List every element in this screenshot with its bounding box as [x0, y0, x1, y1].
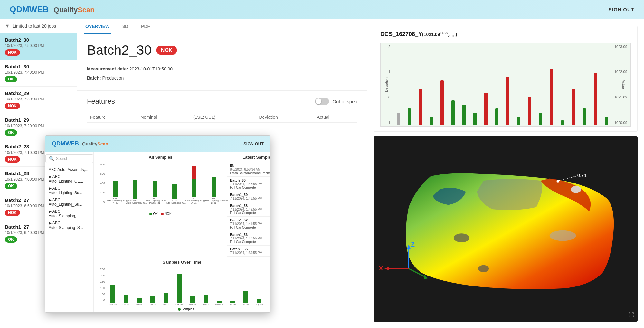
sidebar-item-batch2-30[interactable]: Batch2_30 10/1/2023, 7:50:00 PM NOK	[0, 33, 77, 60]
popup-nav-item-4[interactable]: ▶ ABC Auto_Lighting_Su...	[45, 196, 93, 208]
sidebar-item-batch2-29[interactable]: Batch2_29 10/1/2023, 7:30:00 PM NOK	[0, 87, 77, 113]
feature-dot	[571, 186, 581, 193]
status-badge: OK	[5, 183, 17, 189]
latest-desc: Full Car Complete	[230, 211, 270, 215]
sb-2	[120, 267, 132, 303]
chart-bar-8	[481, 45, 491, 125]
tab-3d[interactable]: 3D	[121, 19, 130, 34]
latest-date: 7/11/2024, 1:48:55 PM	[230, 182, 270, 186]
svg-text:0.71: 0.71	[577, 173, 587, 178]
batch-name: Batch2_30	[87, 42, 152, 58]
bar-label-6: ABC Auto_Lighting_Supplier B_21	[205, 197, 223, 204]
expand-icon[interactable]: ⛶	[629, 312, 634, 318]
toggle-switch[interactable]	[315, 98, 329, 105]
latest-item-id: Batch1_58	[230, 204, 248, 208]
bar-fill-1	[408, 108, 411, 125]
window-cutout	[477, 179, 542, 210]
latest-item-56b[interactable]: Batch1_56 OK 7/11/2024, 1:40:55 PM Full …	[227, 231, 270, 246]
sb-10	[226, 267, 239, 303]
latest-date: 8/6/2024, 8:58:34 AM	[230, 168, 270, 171]
svg-point-10	[557, 180, 559, 182]
bar-fill-19	[605, 117, 608, 125]
bar-col-6: ABC Auto_Lighting_Supplier B_21	[205, 155, 223, 204]
chart-bar-4	[437, 45, 447, 125]
measurement-date-value: 2023-10-01T19:50:00	[129, 66, 173, 71]
popup-nav-item-6[interactable]: ▶ ABC Auto_Stamping_S...	[45, 220, 93, 231]
chart-bar-3	[426, 45, 436, 125]
door-handle	[550, 230, 576, 241]
popup-sign-out[interactable]: SIGN OUT	[243, 141, 264, 146]
chart-bar-10	[503, 45, 513, 125]
popup-logo-scan: Scan	[97, 141, 108, 146]
sb-8	[200, 267, 212, 303]
popup-nav-item-2[interactable]: ▶ ABC Auto_Lighting_OE...	[45, 173, 93, 185]
status-badge: NOK	[5, 210, 20, 216]
latest-desc: Full Car Complete	[230, 240, 270, 244]
tab-pdf[interactable]: PDF	[139, 19, 152, 34]
sb-4	[147, 267, 159, 303]
feature-hole-1	[454, 233, 469, 242]
latest-list: 56 NOK 8/6/2024, 8:58:34 AM Latch Reinfo…	[227, 162, 270, 257]
batch-info: Batch2_30 NOK Measurement date: 2023-10-…	[77, 34, 367, 91]
popup-nav-item-3[interactable]: ▶ ABC Auto_Lighting_Su...	[45, 185, 93, 196]
chart-bar-15	[557, 45, 567, 125]
chart-bar-19	[601, 45, 611, 125]
filter-label: Limited to last 20 jobs	[13, 23, 56, 29]
filter-icon: ▼	[5, 23, 10, 29]
samples-time-inner: Sep '23 Oct '23 Nov '23 Dec '23 Jan '24 …	[105, 267, 267, 311]
sidebar-item-date: 10/1/2023, 7:40:00 PM	[5, 70, 72, 75]
latest-item-id: Batch1_59	[230, 193, 248, 197]
sidebar-item-bottom: OK	[5, 76, 72, 82]
bar-fill-17	[583, 108, 586, 125]
latest-date: 7/11/2024, 1:43:55 PM	[230, 197, 270, 200]
popup-nav-item-1[interactable]: ABC Auto_Assembly,...	[45, 166, 93, 173]
popup-search[interactable]: 🔍 Search	[45, 154, 93, 163]
status-badge: NOK	[5, 49, 20, 56]
app-header: QDMWEB QualityScan SIGN OUT	[0, 0, 644, 19]
bar-fill-0	[397, 113, 400, 125]
sidebar-item-name: Batch1_29	[5, 117, 72, 123]
popup-legend: OK NOK	[97, 212, 224, 216]
sidebar-item-date: 10/1/2023, 7:30:00 PM	[5, 97, 72, 101]
latest-item-56[interactable]: 56 NOK 8/6/2024, 8:58:34 AM Latch Reinfo…	[227, 162, 270, 177]
bar-fill-11	[517, 117, 520, 125]
batch-metadata: Measurement date: 2023-10-01T19:50:00 Ba…	[87, 64, 357, 82]
bar-col-1: ABC Auto_Stamping_Supplier A_22	[107, 155, 124, 204]
toggle-knob	[316, 98, 321, 104]
right-panel: DCS_162708_Y(1021.09+1.00-1.00) 2 1 0 -1…	[367, 19, 644, 328]
sign-out-button[interactable]: SIGN OUT	[608, 7, 634, 12]
sb-7	[186, 267, 199, 303]
status-badge: OK	[5, 236, 17, 243]
latest-item-id: 56	[230, 164, 234, 168]
batch-label: Batch:	[87, 75, 101, 80]
sidebar-item-name: Batch2_30	[5, 37, 72, 42]
popup-nav-item-5[interactable]: ▶ ABC Auto_Stamping,...	[45, 208, 93, 220]
latest-item-59[interactable]: Batch1_59 OK 7/11/2024, 1:43:55 PM	[227, 191, 270, 202]
sb-11	[240, 267, 252, 303]
samples-time-chart: 250 200 150 100 50 0	[97, 267, 267, 309]
svg-line-8	[558, 176, 576, 181]
chart-bars-area	[392, 45, 613, 125]
latest-item-60[interactable]: Batch_60 OK 7/11/2024, 1:48:55 PM Full C…	[227, 177, 270, 191]
latest-item-55[interactable]: Batch1_55 OK 7/11/2024, 1:39:55 PM	[227, 246, 270, 257]
overlay-popup: QDMWEB QualityScan SIGN OUT 🔍 Search ABC…	[45, 135, 270, 313]
tab-overview[interactable]: OVERVIEW	[84, 19, 111, 34]
popup-logo-quality: Quality	[82, 141, 97, 146]
bar-green-1	[113, 181, 118, 197]
bar-fill-10	[506, 77, 509, 125]
popup-y-axis: 800 600 400 200 0	[97, 162, 105, 204]
out-of-spec-toggle[interactable]: Out of spec	[315, 98, 357, 105]
latest-desc: Latch Reinforcement Bracket	[230, 171, 270, 175]
sidebar-item-batch1-30[interactable]: Batch1_30 10/1/2023, 7:40:00 PM OK	[0, 60, 77, 87]
col-actual: Actual	[314, 112, 357, 123]
latest-date: 7/11/2024, 1:39:55 PM	[230, 251, 270, 255]
latest-item-57[interactable]: Batch1_57 OK 7/11/2024, 1:41:55 PM Full …	[227, 217, 270, 231]
logo-scan: Scan	[78, 6, 95, 14]
popup-latest-title: Latest Samples	[227, 155, 270, 160]
sidebar-item-date: 10/1/2023, 7:50:00 PM	[5, 43, 72, 48]
status-badge: NOK	[5, 103, 20, 109]
latest-item-58[interactable]: Batch1_58 OK 7/11/2024, 1:42:55 PM Full …	[227, 202, 270, 217]
chart-bar-13	[535, 45, 545, 125]
bar-col-5: ABC Auto_Lighting_Supplier A_21	[185, 155, 203, 204]
y-axis-actual-label: Actual	[622, 80, 626, 90]
